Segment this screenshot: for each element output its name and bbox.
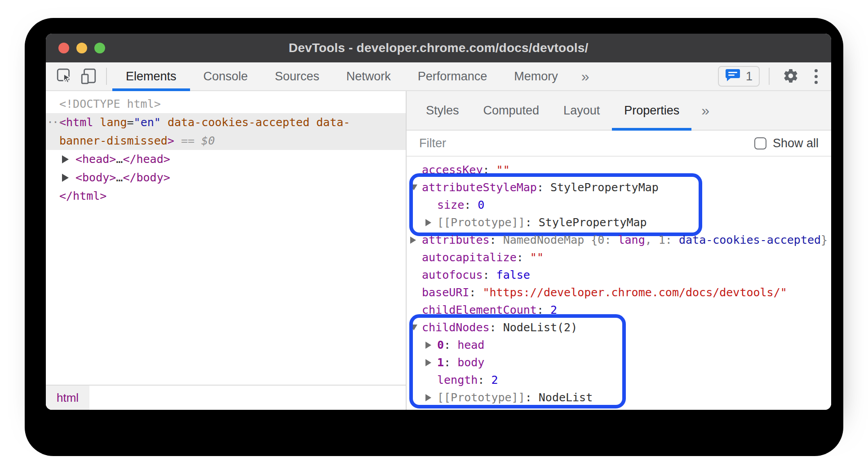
property-row[interactable]: childNodes: NodeList(2) <box>409 319 831 336</box>
text-segment: <head> <box>75 153 116 166</box>
text-segment: attributeStyleMap <box>422 181 537 194</box>
text-segment: NodeList(2) <box>503 321 578 334</box>
tab-console[interactable]: Console <box>190 62 261 90</box>
text-segment: : <box>517 251 530 264</box>
property-row[interactable]: children: HTMLCollection(2) [head, body] <box>409 406 831 410</box>
dom-tree-row[interactable]: <body>…</body> <box>46 168 406 187</box>
text-segment: : <box>483 268 496 281</box>
issues-message-button[interactable]: 1 <box>718 66 760 87</box>
tab-elements[interactable]: Elements <box>112 62 190 90</box>
inspect-element-button[interactable] <box>52 62 76 90</box>
kebab-dot-icon <box>815 69 818 72</box>
gutter <box>425 219 437 226</box>
text-segment: : <box>478 373 491 386</box>
text-segment <box>93 116 100 129</box>
text-segment: 2 <box>491 373 498 386</box>
text-segment: … <box>116 153 123 166</box>
dom-tree-line: banner-dismissed> == $0 <box>59 132 406 150</box>
text-segment: $0 <box>201 134 215 147</box>
text-segment: size <box>437 198 464 211</box>
text-segment: : <box>444 356 457 369</box>
disclosure-triangle-icon[interactable] <box>425 342 431 349</box>
text-segment: head <box>457 338 484 351</box>
text-segment: childNodes <box>422 321 490 334</box>
dom-tree-row-selected[interactable]: ···<html lang="en" data-cookies-accepted… <box>46 113 406 150</box>
tab-memory[interactable]: Memory <box>500 62 571 90</box>
gutter <box>425 359 437 366</box>
dom-tree-row[interactable]: </html> <box>46 187 406 205</box>
text-segment: attributes <box>422 233 490 246</box>
main-panel-tabs: ElementsConsoleSourcesNetworkPerformance… <box>112 62 571 90</box>
disclosure-triangle-icon[interactable] <box>62 174 69 182</box>
text-segment: , 1: <box>645 233 679 246</box>
disclosure-triangle-icon[interactable] <box>62 155 69 163</box>
text-segment: : <box>483 163 496 176</box>
more-panels-chevron[interactable]: » <box>571 62 599 90</box>
property-row[interactable]: childElementCount: 2 <box>409 301 831 319</box>
sidebar-tab-layout[interactable]: Layout <box>551 91 612 130</box>
text-segment <box>310 116 316 129</box>
text-segment: "https://developer.chrome.com/docs/devto… <box>483 286 787 299</box>
tab-network[interactable]: Network <box>333 62 404 90</box>
gutter <box>425 394 437 401</box>
property-row[interactable]: autofocus: false <box>409 266 831 284</box>
titlebar: DevTools - developer.chrome.com/docs/dev… <box>46 34 831 62</box>
overflow-dots-icon[interactable]: ··· <box>47 113 63 132</box>
dom-tree-row[interactable]: <!DOCTYPE html> <box>46 95 406 113</box>
sidebar-tab-styles[interactable]: Styles <box>414 91 471 130</box>
gutter <box>62 174 75 182</box>
disclosure-triangle-icon[interactable] <box>425 359 431 366</box>
text-segment: [[Prototype]] <box>437 391 525 404</box>
text-segment: 0 <box>478 198 484 211</box>
dom-tree-row[interactable]: <head>…</head> <box>46 150 406 168</box>
property-row[interactable]: [[Prototype]]: NodeList <box>425 389 831 406</box>
settings-button[interactable] <box>779 68 803 85</box>
sidebar-tab-properties[interactable]: Properties <box>612 91 691 130</box>
disclosure-triangle-icon[interactable] <box>425 219 431 226</box>
show-all-checkbox[interactable] <box>754 137 766 149</box>
gutter <box>62 155 75 163</box>
property-row[interactable]: 1: body <box>425 354 831 371</box>
text-segment: : <box>537 181 550 194</box>
text-segment: : <box>464 198 478 211</box>
property-row[interactable]: autocapitalize: "" <box>409 249 831 266</box>
text-segment: == <box>174 134 201 147</box>
property-row[interactable]: accessKey: "" <box>409 161 831 179</box>
property-row[interactable]: attributes: NamedNodeMap {0: lang, 1: da… <box>409 231 831 249</box>
sidebar-tab-computed[interactable]: Computed <box>471 91 552 130</box>
text-segment: accessKey <box>422 163 483 176</box>
breadcrumb-bar: html <box>46 385 406 410</box>
text-segment: childElementCount <box>422 303 537 316</box>
property-row[interactable]: length: 2 <box>425 371 831 389</box>
elements-panel: <!DOCTYPE html>···<html lang="en" data-c… <box>46 91 407 410</box>
text-segment: : <box>525 216 539 229</box>
breadcrumb-html[interactable]: html <box>46 386 89 410</box>
text-segment: data-cookies-accepted <box>168 116 310 129</box>
text-segment: 1 <box>437 356 444 369</box>
more-sidebar-tabs-chevron[interactable]: » <box>691 91 719 130</box>
filter-input[interactable] <box>419 136 754 150</box>
kebab-menu-button[interactable] <box>810 69 822 84</box>
disclosure-triangle-icon[interactable] <box>410 237 416 244</box>
toolbar-divider <box>106 68 107 85</box>
text-segment: "" <box>530 251 544 264</box>
disclosure-triangle-icon[interactable] <box>410 325 417 330</box>
property-row[interactable]: baseURI: "https://developer.chrome.com/d… <box>409 284 831 301</box>
text-segment: : <box>525 391 539 404</box>
toggle-device-toolbar-button[interactable] <box>76 62 101 90</box>
text-segment: "" <box>496 163 510 176</box>
tab-performance[interactable]: Performance <box>404 62 501 90</box>
property-row[interactable]: attributeStyleMap: StylePropertyMap <box>409 179 831 196</box>
disclosure-triangle-icon[interactable] <box>425 394 431 401</box>
text-segment: false <box>496 268 530 281</box>
text-segment: = <box>127 116 134 129</box>
text-segment: children <box>422 408 476 410</box>
text-segment: lang <box>100 116 127 129</box>
tab-sources[interactable]: Sources <box>261 62 333 90</box>
text-segment: : <box>537 303 550 316</box>
property-row[interactable]: 0: head <box>425 336 831 354</box>
property-row[interactable]: size: 0 <box>425 196 831 214</box>
text-segment: NodeList <box>539 391 593 404</box>
property-row[interactable]: [[Prototype]]: StylePropertyMap <box>425 214 831 231</box>
disclosure-triangle-icon[interactable] <box>410 184 417 190</box>
